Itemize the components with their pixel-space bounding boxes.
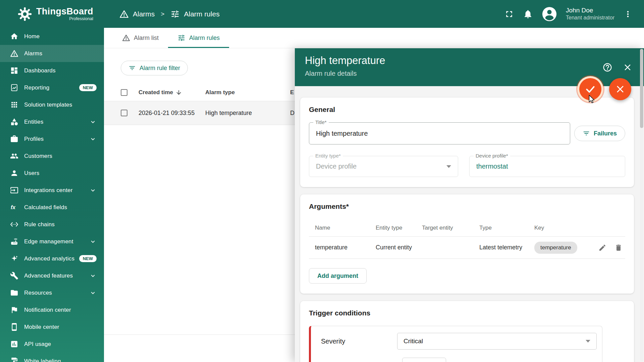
device-profile-link[interactable]: thermostat — [476, 163, 508, 170]
alarm-rule-filter-button[interactable]: Alarm rule filter — [121, 61, 188, 75]
sidebar-item-customers[interactable]: Customers — [0, 147, 104, 165]
breadcrumb-alarms[interactable]: Alarms — [133, 10, 155, 18]
chevron-down-icon — [89, 289, 97, 297]
tab-alarm-rules[interactable]: Alarm rules — [168, 28, 229, 48]
sidebar-item-resources[interactable]: Resources — [0, 284, 104, 301]
chevron-down-icon — [89, 187, 97, 194]
notifications-bell-icon[interactable] — [523, 9, 533, 19]
select-all-checkbox[interactable] — [121, 89, 127, 96]
fullscreen-icon[interactable] — [504, 9, 514, 19]
entity-type-label: Entity type* — [313, 153, 343, 159]
entities-icon — [10, 118, 18, 126]
header-actions: John Doe Tenant administrator — [504, 6, 644, 22]
sidebar-item-rule-chains[interactable]: Rule chains — [0, 216, 104, 233]
kebab-menu-icon[interactable] — [623, 9, 633, 19]
arg-column-type: Type — [479, 225, 534, 231]
key-chip: temperature — [534, 242, 577, 254]
sidebar-item-dashboards[interactable]: Dashboards — [0, 62, 104, 79]
tab-alarm-list[interactable]: Alarm list — [113, 28, 168, 48]
help-icon[interactable] — [602, 62, 612, 72]
failures-button[interactable]: Failures — [574, 126, 625, 141]
sidebar-item-reporting[interactable]: ReportingNEW — [0, 79, 104, 96]
arg-column-key: Key — [534, 225, 588, 231]
argument-row: temperatureCurrent entityLatest telemetr… — [309, 237, 625, 259]
sidebar-item-alarms[interactable]: Alarms — [0, 45, 104, 62]
calculated-fields-icon: fx — [10, 203, 18, 212]
svg-text:fx: fx — [11, 204, 16, 210]
sidebar-item-label: Home — [24, 33, 40, 40]
arg-column-name: Name — [315, 225, 376, 231]
arg-entity-type: Current entity — [376, 244, 422, 251]
severity-label: Severity — [321, 338, 397, 345]
user-role: Tenant administrator — [566, 14, 614, 21]
apply-changes-button[interactable] — [579, 78, 601, 100]
title-field-label: Title* — [313, 119, 329, 125]
avatar[interactable] — [542, 6, 557, 22]
thingsboard-logo[interactable]: ThingsBoard Professional — [0, 7, 104, 21]
column-header-alarm-type[interactable]: Alarm type — [205, 89, 290, 96]
drawer-scrollbar — [640, 49, 643, 361]
severity-value: Critical — [404, 338, 423, 345]
severity-row: Severity Critical — [311, 333, 602, 358]
add-argument-button[interactable]: Add argument — [309, 268, 367, 284]
row-checkbox[interactable] — [121, 110, 127, 116]
condition-row-partial — [311, 358, 602, 362]
device-profile-field[interactable]: Device profile* thermostat — [469, 156, 625, 177]
arg-type: Latest telemetry — [479, 244, 534, 251]
new-badge: NEW — [79, 84, 97, 91]
sidebar-item-users[interactable]: Users — [0, 165, 104, 182]
new-badge: NEW — [79, 255, 97, 262]
filter-button-label: Alarm rule filter — [140, 65, 180, 72]
chevron-down-icon — [89, 135, 97, 143]
cell-created-time: 2026-01-21 09:33:55 — [139, 110, 205, 117]
sidebar-item-notification-center[interactable]: Notification center — [0, 301, 104, 318]
close-icon[interactable] — [623, 62, 633, 72]
chevron-down-icon — [89, 272, 97, 280]
drawer-title: High temperature — [305, 55, 644, 67]
discard-changes-button[interactable] — [609, 78, 631, 100]
tab-label: Alarm list — [134, 35, 159, 42]
entity-type-select[interactable]: Entity type* Device profile — [309, 156, 458, 177]
sidebar-item-mobile-center[interactable]: Mobile center — [0, 318, 104, 336]
edit-icon[interactable] — [598, 244, 606, 252]
drawer-scrollbar-thumb[interactable] — [640, 49, 643, 128]
sidebar-item-api-usage[interactable]: API usage — [0, 336, 104, 353]
reporting-icon — [10, 83, 18, 92]
tune-icon — [170, 9, 180, 19]
white-labeling-icon — [10, 357, 18, 362]
advanced-analytics-icon — [10, 254, 18, 263]
user-menu[interactable]: John Doe Tenant administrator — [566, 6, 614, 21]
logo-text: ThingsBoard Professional — [36, 7, 93, 21]
drawer-subtitle: Alarm rule details — [305, 70, 644, 77]
sidebar-item-solution-templates[interactable]: Solution templates — [0, 96, 104, 113]
device-profile-label: Device profile* — [474, 153, 510, 159]
sidebar-item-home[interactable]: Home — [0, 28, 104, 45]
sidebar-item-label: Dashboards — [24, 67, 56, 74]
sidebar-item-advanced-analytics[interactable]: Advanced analyticsNEW — [0, 250, 104, 267]
tab-label: Alarm rules — [189, 35, 220, 42]
arg-name: temperature — [315, 244, 376, 251]
sidebar-item-entities[interactable]: Entities — [0, 113, 104, 130]
sidebar-item-white-labeling[interactable]: White labeling — [0, 353, 104, 362]
drawer-body: General Title* High temperature Failures… — [295, 86, 644, 362]
sidebar-item-profiles[interactable]: Profiles — [0, 130, 104, 147]
sidebar-item-edge-management[interactable]: Edge management — [0, 233, 104, 250]
app-subtitle: Professional — [69, 16, 93, 21]
breadcrumb-alarm-rules[interactable]: Alarm rules — [184, 10, 219, 18]
rule-chains-icon — [10, 220, 18, 229]
sidebar-item-integrations-center[interactable]: Integrations center — [0, 182, 104, 199]
integrations-icon — [10, 186, 18, 194]
trigger-conditions-heading: Trigger conditions — [309, 309, 625, 317]
sidebar-item-advanced-features[interactable]: Advanced features — [0, 267, 104, 284]
delete-icon[interactable] — [614, 244, 623, 252]
condition-field-partial[interactable] — [402, 358, 446, 362]
chevron-down-icon — [586, 340, 590, 343]
severity-select[interactable]: Critical — [397, 333, 597, 350]
column-header-created-time[interactable]: Created time — [139, 89, 205, 96]
sidebar-item-label: Users — [24, 170, 39, 177]
sidebar-item-calculated-fields[interactable]: fxCalculated fields — [0, 199, 104, 216]
chevron-down-icon — [446, 165, 451, 168]
title-field[interactable]: Title* High temperature — [309, 122, 570, 144]
entity-type-value: Device profile — [316, 163, 357, 170]
filter-icon — [128, 64, 136, 72]
